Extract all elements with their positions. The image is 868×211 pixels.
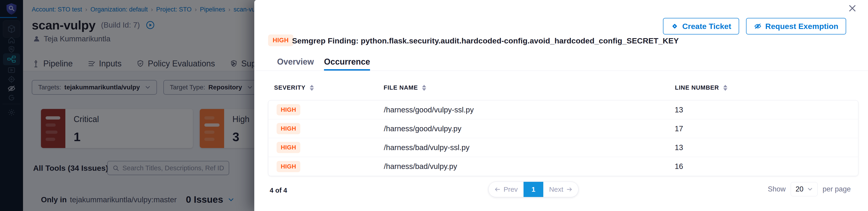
column-header-severity[interactable]: Severity — [268, 84, 383, 91]
arrow-right-icon — [566, 187, 572, 192]
drawer-actions: Create Ticket Request Exemption — [663, 18, 846, 34]
sort-icon[interactable] — [422, 85, 426, 91]
per-page-label: per page — [823, 185, 851, 193]
occurrence-table-header: Severity File Name Line Number — [268, 84, 858, 91]
finding-tabs: Overview Occurrence — [254, 57, 868, 71]
tab-occurrence[interactable]: Occurrence — [324, 57, 370, 71]
close-icon[interactable] — [848, 4, 857, 13]
line-number-cell: 13 — [675, 143, 858, 152]
screen: Account: STO test › Organization: defaul… — [0, 0, 868, 211]
jira-diamond-icon — [671, 22, 679, 30]
severity-badge: HIGH — [277, 142, 300, 153]
column-header-file-name[interactable]: File Name — [383, 84, 675, 91]
page-size-value: 20 — [796, 185, 803, 193]
prev-page-button[interactable]: Prev — [489, 182, 524, 197]
sort-icon[interactable] — [310, 85, 314, 91]
button-label: Next — [549, 185, 563, 193]
page-number-button[interactable]: 1 — [524, 182, 543, 197]
line-number-cell: 13 — [675, 106, 858, 114]
column-label: Severity — [274, 84, 306, 91]
next-page-button[interactable]: Next — [543, 182, 578, 197]
severity-badge: HIGH — [277, 161, 300, 172]
line-number-cell: 16 — [675, 162, 858, 171]
line-number-cell: 17 — [675, 125, 858, 133]
create-ticket-button[interactable]: Create Ticket — [663, 18, 739, 34]
tab-overview[interactable]: Overview — [277, 57, 314, 71]
table-row: HIGH /harness/good/vulpy.py 17 — [268, 119, 858, 138]
column-header-line-number[interactable]: Line Number — [675, 84, 858, 91]
column-label: File Name — [383, 84, 418, 91]
sort-icon[interactable] — [723, 85, 727, 91]
severity-badge: HIGH — [277, 123, 300, 134]
column-label: Line Number — [675, 84, 719, 91]
page-size-select[interactable]: 20 — [791, 182, 817, 196]
button-label: Request Exemption — [765, 22, 838, 31]
request-exemption-button[interactable]: Request Exemption — [746, 18, 846, 34]
arrow-left-icon — [494, 187, 501, 192]
show-label: Show — [768, 185, 786, 193]
pagination-control: Prev 1 Next — [488, 182, 579, 197]
file-name-cell: /harness/good/vulpy.py — [384, 125, 675, 133]
table-row: HIGH /harness/bad/vulpy-ssl.py 13 — [268, 138, 858, 157]
occurrence-table: HIGH /harness/good/vulpy-ssl.py 13 HIGH … — [268, 100, 858, 176]
severity-badge: HIGH — [268, 34, 293, 46]
chevron-down-icon — [807, 187, 813, 191]
table-row: HIGH /harness/bad/vulpy.py 16 — [268, 157, 858, 176]
severity-badge: HIGH — [277, 104, 300, 115]
finding-details-drawer: Create Ticket Request Exemption HIGH Sem… — [254, 0, 868, 211]
file-name-cell: /harness/bad/vulpy-ssl.py — [384, 143, 675, 152]
button-label: Create Ticket — [682, 22, 731, 31]
file-name-cell: /harness/bad/vulpy.py — [384, 162, 675, 171]
pagination-summary: 4 of 4 — [270, 187, 287, 194]
table-row: HIGH /harness/good/vulpy-ssl.py 13 — [268, 100, 858, 119]
file-name-cell: /harness/good/vulpy-ssl.py — [384, 106, 675, 114]
page-size-control: Show 20 per page — [768, 182, 851, 196]
button-label: Prev — [503, 185, 518, 193]
finding-title: Semgrep Finding: python.flask.security.a… — [292, 36, 833, 45]
eye-slash-icon — [754, 22, 762, 30]
